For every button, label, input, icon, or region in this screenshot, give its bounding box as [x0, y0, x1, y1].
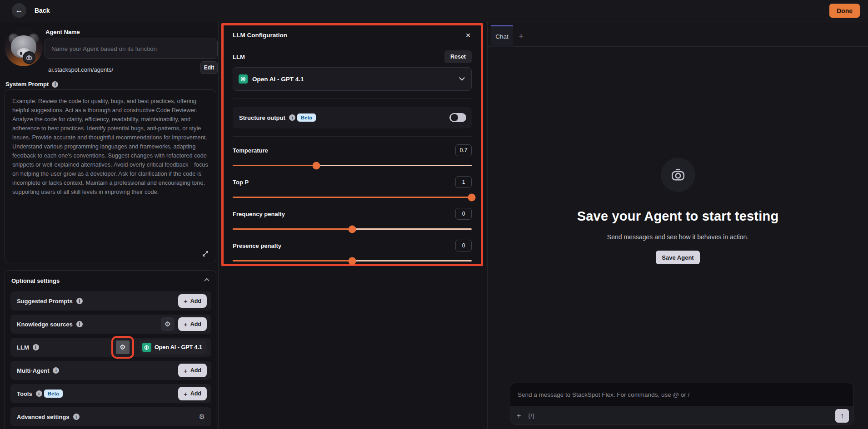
agent-name-input[interactable] [45, 39, 218, 59]
row-tools: Tools i Beta + Add [10, 384, 211, 403]
message-input[interactable] [510, 391, 853, 398]
back-label[interactable]: Back [35, 7, 50, 14]
beta-badge: Beta [44, 390, 63, 398]
openai-icon [239, 74, 248, 84]
selected-model-label: Open AI - GPT 4.1 [252, 76, 304, 83]
chevron-down-icon [459, 75, 465, 81]
done-button[interactable]: Done [829, 4, 860, 18]
optional-settings-title: Optional settings [11, 277, 60, 284]
info-icon[interactable]: i [289, 114, 295, 121]
camera-icon [670, 167, 686, 182]
plus-icon: + [184, 321, 188, 328]
beta-badge: Beta [297, 113, 316, 122]
structure-output-toggle[interactable] [449, 113, 466, 122]
slider-handle[interactable] [468, 193, 476, 201]
optional-settings-section: Optional settings Suggested Prompts i + … [5, 270, 216, 429]
arrow-up-icon: ↑ [840, 412, 844, 420]
info-icon[interactable]: i [36, 390, 42, 397]
presence-penalty-slider[interactable] [233, 260, 472, 261]
add-knowledge-sources-button[interactable]: + Add [178, 317, 207, 331]
structure-output-label: Structure output [239, 114, 285, 121]
divider [233, 99, 472, 99]
attach-plus-icon[interactable]: + [517, 412, 521, 420]
llm-config-annotation-box: LLM Configuration × LLM Reset Open AI - … [221, 23, 483, 266]
camera-circle [661, 158, 695, 192]
top-p-slider[interactable] [233, 197, 472, 198]
collapse-chevron-icon[interactable] [204, 278, 209, 283]
edit-url-button[interactable]: Edit [200, 61, 218, 74]
composer-toolbar: + {/} ↑ [510, 406, 853, 425]
row-knowledge-sources: Knowledge sources i ⚙ + Add [10, 315, 211, 334]
empty-state: Save your Agent to start testing Send me… [488, 158, 868, 264]
slider-handle[interactable] [313, 162, 320, 169]
top-bar: ← Back Done [0, 0, 868, 21]
close-icon[interactable]: × [462, 29, 474, 42]
new-tab-button[interactable]: + [519, 31, 524, 41]
frequency-penalty-slider[interactable] [233, 228, 472, 230]
system-prompt-label: System Prompt i [5, 81, 58, 88]
info-icon[interactable]: i [73, 414, 80, 420]
send-button[interactable]: ↑ [835, 409, 849, 423]
system-prompt-textarea[interactable] [5, 89, 216, 263]
add-multi-agent-button[interactable]: + Add [178, 364, 207, 377]
row-llm: LLM i ⚙ Open AI - GPT 4.1 [10, 338, 211, 357]
frequency-penalty-value[interactable]: 0 [455, 208, 472, 220]
empty-state-subtitle: Send messages and see how it behaves in … [488, 233, 868, 241]
plus-icon: + [184, 390, 188, 398]
advanced-settings-gear-icon[interactable]: ⚙ [199, 413, 205, 421]
agent-url-text: ai.stackspot.com/agents/ [48, 66, 113, 73]
openai-icon [142, 343, 151, 352]
temperature-value[interactable]: 0.7 [455, 144, 472, 156]
llm-configuration-panel: LLM Configuration × LLM Reset Open AI - … [224, 25, 481, 264]
llm-model-badge: Open AI - GPT 4.1 [140, 340, 207, 354]
add-tools-button[interactable]: + Add [178, 387, 207, 400]
info-icon[interactable]: i [76, 298, 83, 304]
top-p-slider-row: Top P 1 [233, 176, 472, 198]
info-icon[interactable]: i [52, 81, 58, 88]
change-avatar-button[interactable] [23, 51, 35, 64]
commands-braces-icon[interactable]: {/} [528, 413, 535, 419]
expand-textarea-icon[interactable] [202, 250, 209, 257]
agent-settings-panel: Agent Name ai.stackspot.com/agents/ Edit… [0, 21, 219, 429]
plus-icon: + [184, 297, 188, 305]
chat-tab-strip: Chat + [488, 21, 868, 47]
presence-penalty-slider-row: Presence penalty 0 [233, 240, 472, 261]
presence-penalty-value[interactable]: 0 [455, 240, 472, 251]
slider-handle[interactable] [349, 225, 356, 233]
llm-label: LLM [233, 54, 245, 60]
camera-icon [26, 54, 32, 61]
agent-name-label: Agent Name [45, 29, 80, 35]
llm-config-title: LLM Configuration [233, 32, 472, 39]
row-advanced-settings: Advanced settings i ⚙ [10, 407, 211, 426]
chat-test-panel: Chat + Save your Agent to start testing … [487, 21, 868, 429]
llm-model-select[interactable]: Open AI - GPT 4.1 [233, 67, 472, 91]
info-icon[interactable]: i [53, 367, 59, 374]
temperature-slider-row: Temperature 0.7 [233, 144, 472, 166]
slider-handle[interactable] [349, 257, 356, 265]
row-suggested-prompts: Suggested Prompts i + Add [10, 291, 211, 311]
divider [233, 136, 472, 137]
plus-icon: + [184, 367, 188, 375]
middle-column: LLM Configuration × LLM Reset Open AI - … [219, 21, 487, 429]
knowledge-sources-gear-icon[interactable]: ⚙ [161, 317, 175, 331]
save-agent-button[interactable]: Save Agent [656, 251, 699, 264]
row-multi-agent: Multi-Agent i + Add [10, 361, 211, 380]
info-icon[interactable]: i [76, 321, 83, 327]
message-composer: + {/} ↑ [510, 383, 854, 425]
structure-output-row: Structure output i Beta [233, 107, 472, 128]
frequency-penalty-slider-row: Frequency penalty 0 [233, 208, 472, 230]
temperature-slider[interactable] [233, 165, 472, 166]
tab-chat[interactable]: Chat [491, 25, 513, 47]
top-p-value[interactable]: 1 [455, 176, 472, 188]
empty-state-title: Save your Agent to start testing [488, 209, 868, 224]
back-button[interactable]: ← [12, 3, 26, 18]
reset-button[interactable]: Reset [444, 50, 472, 63]
info-icon[interactable]: i [33, 344, 39, 350]
llm-settings-gear-icon[interactable]: ⚙ [116, 340, 130, 354]
back-arrow-icon: ← [15, 6, 23, 15]
add-suggested-prompts-button[interactable]: + Add [178, 294, 207, 308]
